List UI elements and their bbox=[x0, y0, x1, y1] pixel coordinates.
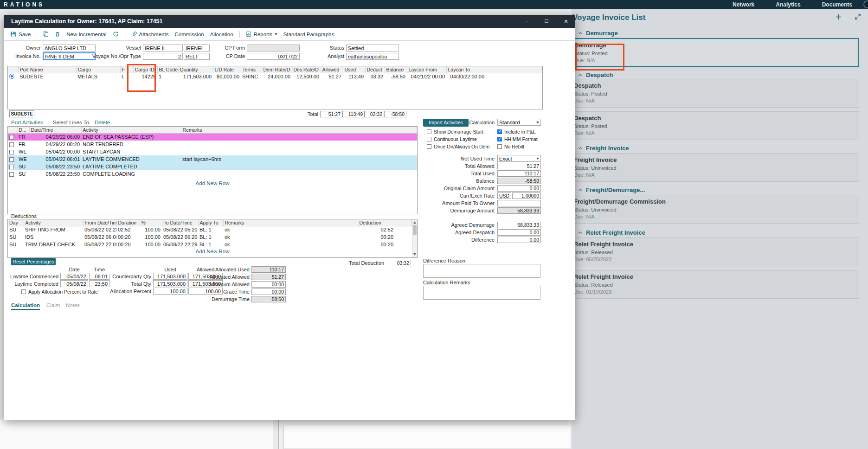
opr-type-field[interactable] bbox=[184, 53, 210, 60]
no-rebill-option[interactable]: No Rebill bbox=[497, 144, 524, 149]
apply-allocation-checkbox[interactable] bbox=[21, 289, 26, 294]
deductions-scrollbar[interactable] bbox=[412, 219, 417, 257]
delete-button[interactable] bbox=[55, 31, 60, 37]
continuous-laytime-checkbox[interactable] bbox=[427, 137, 431, 141]
row-checkbox[interactable] bbox=[9, 135, 14, 140]
hhmm-format-checkbox[interactable] bbox=[497, 137, 502, 141]
group-freight-invoice[interactable]: Freight Invoice bbox=[578, 145, 629, 151]
invoice-card-despatch-1[interactable]: Despatch Status: Posted Due: N/A bbox=[570, 79, 859, 108]
new-incremental-button[interactable]: New Incremental bbox=[66, 32, 106, 37]
analyst-field[interactable] bbox=[346, 53, 399, 60]
import-activities-button[interactable]: Import Activities bbox=[423, 119, 469, 127]
maximize-button[interactable]: □ bbox=[543, 18, 550, 24]
cp-form-field[interactable] bbox=[247, 45, 300, 51]
activity-row[interactable]: WE 05/04/22 00:00 START LAYCAN bbox=[8, 148, 417, 155]
grace-time-field[interactable]: 00:00 bbox=[251, 289, 286, 295]
user-avatar[interactable] bbox=[863, 0, 868, 8]
row-checkbox[interactable] bbox=[9, 142, 14, 147]
group-demurrage[interactable]: Demurrage bbox=[578, 30, 618, 36]
reset-percentages-button[interactable]: Reset Percentages bbox=[11, 258, 56, 265]
include-in-pnl-option[interactable]: Include in P&L bbox=[497, 129, 536, 135]
add-invoice-icon[interactable] bbox=[835, 13, 842, 22]
row-checkbox[interactable] bbox=[9, 172, 14, 177]
calculation-dropdown[interactable]: Standard bbox=[497, 119, 541, 126]
original-claim-field[interactable]: 0.00 bbox=[497, 185, 541, 192]
show-demurrage-start-option[interactable]: Show Demurrage Start bbox=[427, 129, 483, 135]
invoice-no-field[interactable] bbox=[43, 52, 96, 60]
cargo-grid-row[interactable]: SUDESTE METALS L 14228 1 171,503.000 80,… bbox=[8, 73, 542, 80]
difference-reason-textarea[interactable] bbox=[423, 264, 540, 278]
close-button[interactable]: × bbox=[562, 18, 570, 25]
invoice-card-demurrage[interactable]: Demurrage Status: Posted Due: N/A bbox=[570, 38, 859, 67]
net-used-time-dropdown[interactable]: Exact bbox=[497, 155, 541, 162]
tab-calculation[interactable]: Calculation bbox=[11, 302, 40, 310]
allocation-button[interactable]: Allocation bbox=[210, 32, 233, 37]
calculation-remarks-textarea[interactable] bbox=[423, 286, 540, 300]
invoice-card-relet-2[interactable]: Relet Freight Invoice Status: Released D… bbox=[570, 270, 859, 299]
allocation-percent-used-field[interactable] bbox=[153, 288, 187, 295]
activity-row[interactable]: SU 05/08/22 23:50 LAYTIME COMPLETED bbox=[8, 163, 417, 170]
scrollbar-thumb[interactable] bbox=[413, 225, 417, 235]
group-relet-freight[interactable]: Relet Freight Invoice bbox=[578, 229, 645, 236]
save-button[interactable]: Save bbox=[10, 31, 31, 37]
once-on-dem-checkbox[interactable] bbox=[427, 144, 431, 149]
total-qty-used-field[interactable] bbox=[153, 280, 187, 287]
continuous-laytime-option[interactable]: Continuous Laytime bbox=[427, 136, 477, 142]
attachments-button[interactable]: Attachments bbox=[131, 31, 169, 37]
row-checkbox[interactable] bbox=[9, 150, 14, 154]
commission-button[interactable]: Commission bbox=[174, 32, 204, 37]
laytime-completed-date-field[interactable] bbox=[60, 280, 88, 287]
amount-paid-field[interactable] bbox=[497, 200, 541, 206]
hhmm-format-option[interactable]: HH:MM Format bbox=[497, 136, 538, 142]
vessel-code-field[interactable] bbox=[184, 45, 210, 51]
minimize-button[interactable]: – bbox=[523, 18, 531, 24]
menu-network[interactable]: Network bbox=[733, 1, 754, 8]
currency-field[interactable]: USD bbox=[497, 192, 511, 199]
activity-row[interactable]: FR 04/29/22 06:00 END OF SEA PASSAGE (ES… bbox=[8, 133, 417, 141]
copy-button[interactable] bbox=[43, 31, 49, 37]
scroll-up-icon[interactable] bbox=[413, 221, 416, 224]
group-despatch[interactable]: Despatch bbox=[578, 71, 613, 78]
voyage-no-field[interactable] bbox=[143, 53, 183, 60]
standard-paragraphs-button[interactable]: Standard Paragraphs bbox=[283, 32, 334, 37]
group-freight-demurrage[interactable]: Freight/Demurrage... bbox=[578, 186, 645, 193]
tab-notes[interactable]: Notes bbox=[66, 302, 80, 308]
no-rebill-checkbox[interactable] bbox=[497, 144, 502, 149]
invoice-card-freight-demurrage-commission[interactable]: Freight/Demurrage Commission Status: Uni… bbox=[570, 195, 859, 224]
reports-button[interactable]: Reports bbox=[246, 31, 277, 37]
menu-analytics[interactable]: Analytics bbox=[776, 1, 800, 8]
cp-date-field[interactable] bbox=[247, 53, 300, 60]
delete-link[interactable]: Delete bbox=[95, 120, 110, 125]
once-on-dem-option[interactable]: Once On/Always On Dem bbox=[427, 144, 489, 149]
agreed-demurrage-field[interactable]: 58,833.33 bbox=[497, 222, 541, 228]
tab-claim[interactable]: Claim bbox=[46, 302, 60, 308]
show-demurrage-start-checkbox[interactable] bbox=[427, 129, 431, 134]
deductions-add-new-row-link[interactable]: Add New Row bbox=[8, 249, 417, 254]
select-lines-to-link[interactable]: Select Lines To bbox=[53, 120, 89, 125]
expand-icon[interactable] bbox=[855, 13, 861, 22]
vessel-field[interactable] bbox=[143, 45, 183, 51]
owner-field[interactable] bbox=[43, 45, 96, 51]
agreed-despatch-field[interactable]: 0.00 bbox=[497, 229, 541, 236]
activity-row[interactable]: FR 04/29/22 08:20 NOR TENDERED bbox=[8, 141, 417, 148]
apply-allocation-option[interactable]: Apply Allocation Percent to Rate bbox=[21, 289, 98, 295]
invoice-card-freight[interactable]: Freight Invoice Status: Uninvoiced Due: … bbox=[570, 153, 859, 182]
deduction-row[interactable]: SU TRIM DRAFT CHECK 05/08/22 22:09 00:20… bbox=[8, 241, 412, 248]
include-in-pnl-checkbox[interactable] bbox=[497, 129, 502, 134]
activity-row[interactable]: SU 05/08/22 23:50 COMPLETE LOADING bbox=[8, 170, 417, 178]
exch-rate-field[interactable]: 1.00000 bbox=[512, 192, 541, 199]
refresh-button[interactable] bbox=[113, 31, 119, 37]
menu-documents[interactable]: Documents bbox=[822, 1, 852, 8]
status-field[interactable] bbox=[346, 45, 399, 51]
invoice-card-relet-1[interactable]: Relet Freight Invoice Status: Released D… bbox=[570, 237, 859, 266]
port-activities-link[interactable]: Port Activities bbox=[11, 120, 43, 125]
row-radio[interactable] bbox=[9, 74, 14, 79]
minimum-allowed-field[interactable]: 00:00 bbox=[251, 281, 286, 288]
deduction-row[interactable]: SU IDS 05/08/22 06:00 00:20 100.00 05/08… bbox=[8, 233, 412, 241]
invoice-card-despatch-2[interactable]: Despatch Status: Posted Due: N/A bbox=[570, 111, 859, 140]
counterparty-used-field[interactable] bbox=[153, 273, 187, 280]
row-checkbox[interactable] bbox=[9, 157, 14, 162]
activity-row[interactable]: WE 05/04/22 06:01 LAYTIME COMMENCED star… bbox=[8, 155, 417, 163]
scroll-down-icon[interactable] bbox=[413, 253, 416, 256]
port-tab-sudeste[interactable]: SUDESTE bbox=[9, 110, 34, 117]
